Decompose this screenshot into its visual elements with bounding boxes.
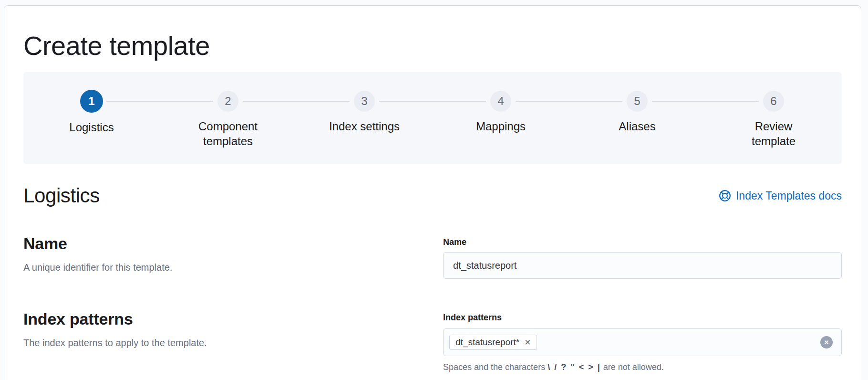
index-pattern-tag: dt_statusreport* ✕ (449, 335, 537, 350)
name-input[interactable] (443, 252, 842, 279)
step-logistics[interactable]: 1 Logistics (23, 72, 160, 164)
section-header: Logistics Index Templates docs (23, 184, 842, 207)
step-2-label: Component templates (192, 119, 264, 148)
name-form-group: Name A unique identifier for this templa… (23, 234, 842, 279)
help-text-chars: \ / ? " < > | (548, 362, 601, 372)
name-field-label: Name (443, 237, 842, 247)
help-text-prefix: Spaces and the characters (443, 362, 548, 372)
name-group-title: Name (23, 234, 443, 253)
help-text-suffix: are not allowed. (601, 362, 664, 372)
step-aliases[interactable]: 5 Aliases (569, 72, 705, 164)
step-6-circle: 6 (763, 91, 784, 112)
index-patterns-field: Index patterns dt_statusreport* ✕ ✕ Spac… (443, 309, 842, 373)
section-title: Logistics (23, 184, 100, 207)
index-templates-docs-link[interactable]: Index Templates docs (719, 190, 842, 202)
step-2-circle: 2 (217, 91, 238, 112)
name-group-desc-text: A unique identifier for this template. (23, 261, 443, 274)
step-component-templates[interactable]: 2 Component templates (160, 72, 296, 164)
step-5-label: Aliases (619, 119, 655, 134)
index-pattern-tag-text: dt_statusreport* (455, 337, 519, 348)
wizard-stepper: 1 Logistics 2 Component templates 3 Inde… (23, 72, 842, 164)
index-patterns-group-title: Index patterns (23, 309, 443, 328)
index-patterns-group-desc-text: The index patterns to apply to the templ… (23, 336, 443, 349)
combo-clear-button[interactable]: ✕ (820, 336, 833, 348)
step-5-circle: 5 (627, 91, 648, 112)
step-1-circle: 1 (80, 90, 103, 113)
page-title: Create template (23, 30, 842, 62)
tag-remove-icon[interactable]: ✕ (524, 338, 531, 347)
name-field: Name (443, 234, 842, 279)
docs-life-ring-icon (719, 190, 731, 202)
step-mappings[interactable]: 4 Mappings (433, 72, 569, 164)
step-review-template[interactable]: 6 Review template (705, 72, 842, 164)
step-3-label: Index settings (329, 119, 400, 134)
create-template-page: Create template 1 Logistics 2 Component … (4, 5, 861, 380)
clear-icon: ✕ (824, 339, 829, 346)
step-4-label: Mappings (476, 119, 526, 134)
name-group-description: Name A unique identifier for this templa… (23, 234, 443, 279)
docs-link-label: Index Templates docs (736, 190, 842, 202)
step-index-settings[interactable]: 3 Index settings (296, 72, 433, 164)
step-6-label: Review template (738, 119, 809, 148)
step-1-label: Logistics (69, 120, 114, 135)
step-3-circle: 3 (354, 91, 375, 112)
index-patterns-field-label: Index patterns (443, 312, 842, 323)
index-patterns-help-text: Spaces and the characters \ / ? " < > | … (443, 361, 842, 373)
step-4-circle: 4 (490, 91, 511, 112)
index-patterns-combo-box[interactable]: dt_statusreport* ✕ ✕ (443, 328, 842, 356)
index-patterns-group-description: Index patterns The index patterns to app… (23, 309, 443, 373)
index-patterns-form-group: Index patterns The index patterns to app… (23, 309, 842, 373)
